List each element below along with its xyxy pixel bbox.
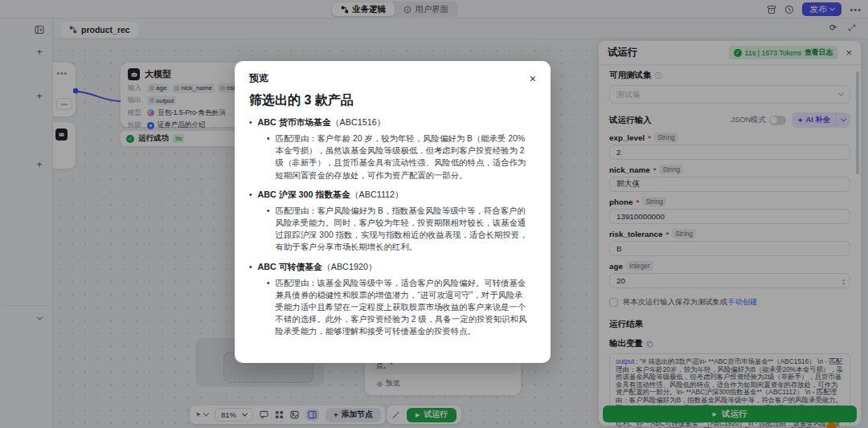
modal-header-title: 预览 [249, 71, 268, 85]
preview-modal: 预览 × 筛选出的 3 款产品 • ABC 货币市场基金（ABC1516） • … [235, 61, 551, 363]
modal-header: 预览 × [249, 71, 536, 85]
product-item: • ABC 货币市场基金（ABC1516） [249, 116, 536, 128]
product-item: • ABC 可转债基金（ABC1920） [249, 261, 536, 273]
bullet-icon: • [267, 205, 270, 254]
bullet-icon: • [249, 261, 252, 273]
modal-title: 筛选出的 3 款产品 [249, 92, 536, 109]
bullet-icon: • [249, 189, 252, 201]
app-screen: 业务逻辑 用户界面 发布 ••• + + + [0, 0, 868, 428]
bullet-icon: • [267, 277, 270, 338]
bullet-icon: • [249, 116, 252, 128]
product-item: • ABC 沪深 300 指数基金（ABC1112） [249, 189, 536, 201]
close-modal-icon[interactable]: × [530, 73, 536, 84]
product-reason: • 匹配理由：该基金风险等级中等，适合客户的风险偏好。可转债基金兼具债券的稳健性… [267, 277, 536, 338]
product-reason: • 匹配理由：客户年龄 20 岁，较为年轻，风险偏好为 B（能承受 20% 本金… [267, 132, 536, 181]
product-reason: • 匹配理由：客户风险偏好为 B，指数基金风险等级中等，符合客户的风险承受能力。… [267, 205, 536, 254]
bullet-icon: • [267, 132, 270, 181]
